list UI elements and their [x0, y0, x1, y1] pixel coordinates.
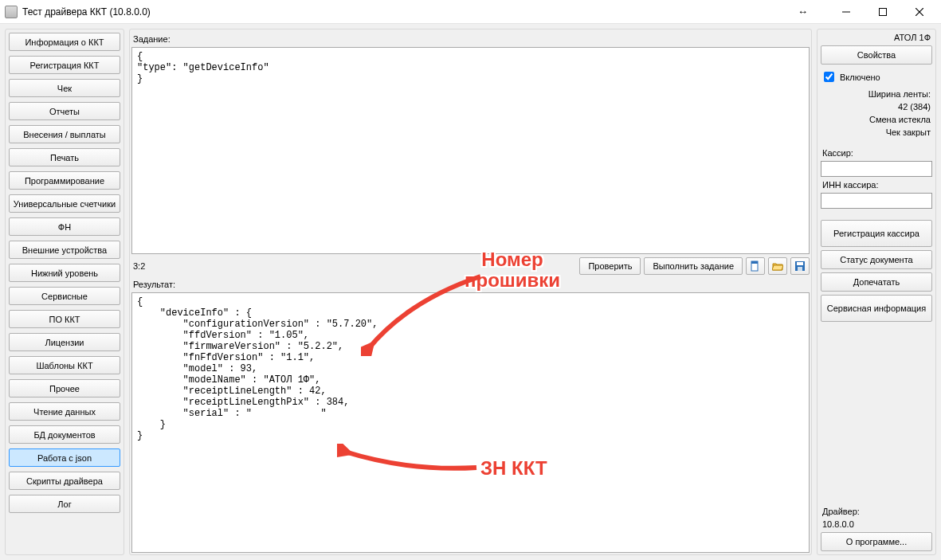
check-status: Чек закрыт: [821, 127, 932, 137]
cursor-status: 3:2: [131, 261, 576, 271]
save-floppy-icon[interactable]: [790, 257, 810, 275]
svg-rect-5: [798, 267, 802, 271]
doc-status-button[interactable]: Статус документа: [821, 250, 932, 269]
main-content: Информация о ККТ Регистрация ККТ Чек Отч…: [0, 24, 941, 560]
task-label: Задание:: [133, 34, 810, 44]
window-title: Тест драйвера ККТ (10.8.0.0): [22, 6, 798, 18]
reg-cashier-button[interactable]: Регистрация кассира: [821, 220, 932, 247]
check-button[interactable]: Проверить: [579, 257, 641, 275]
driver-version: 10.8.0.0: [821, 519, 932, 529]
about-button[interactable]: О программе...: [821, 532, 932, 551]
title-bar: Тест драйвера ККТ (10.8.0.0) ↔: [0, 0, 941, 24]
sidebar-item-read-data[interactable]: Чтение данных: [9, 402, 120, 421]
sidebar-item-register[interactable]: Регистрация ККТ: [9, 56, 120, 74]
resize-grip-icon: ↔: [798, 6, 808, 18]
sidebar-item-log[interactable]: Лог: [9, 495, 120, 513]
sidebar-item-other[interactable]: Прочее: [9, 379, 120, 397]
tape-width-value: 42 (384): [821, 102, 932, 112]
sidebar-item-low-level[interactable]: Нижний уровень: [9, 264, 120, 282]
new-file-icon[interactable]: [746, 257, 765, 275]
sidebar-item-programming[interactable]: Программирование: [9, 171, 120, 190]
sidebar-item-counters[interactable]: Универсальные счетчики: [9, 194, 120, 213]
result-label: Результат:: [133, 280, 810, 289]
enabled-label: Включено: [840, 72, 880, 82]
svg-rect-4: [797, 262, 803, 265]
close-button[interactable]: [901, 0, 938, 23]
shift-status: Смена истекла: [821, 115, 932, 124]
inn-input[interactable]: [821, 193, 932, 209]
inn-label: ИНН кассира:: [821, 180, 932, 190]
sidebar-item-templates[interactable]: Шаблоны ККТ: [9, 356, 120, 374]
tape-width-label: Ширина ленты:: [821, 89, 932, 99]
enabled-checkbox[interactable]: [824, 72, 834, 82]
sidebar-item-licenses[interactable]: Лицензии: [9, 333, 120, 351]
app-icon: [5, 6, 18, 18]
open-folder-icon[interactable]: [768, 257, 787, 275]
device-name: АТОЛ 1Ф: [821, 33, 932, 42]
sidebar-item-fn[interactable]: ФН: [9, 217, 120, 236]
svg-rect-0: [880, 8, 887, 15]
sidebar-item-service[interactable]: Сервисные: [9, 287, 120, 305]
result-textarea[interactable]: { "deviceInfo" : { "configurationVersion…: [131, 292, 810, 553]
cashier-input[interactable]: [821, 161, 932, 177]
sidebar-item-json[interactable]: Работа с json: [9, 448, 120, 467]
sidebar-item-info[interactable]: Информация о ККТ: [9, 33, 120, 51]
sidebar-item-ext-devices[interactable]: Внешние устройства: [9, 241, 120, 259]
minimize-button[interactable]: [828, 0, 865, 23]
driver-label: Драйвер:: [821, 507, 932, 516]
sidebar-item-po-kkt[interactable]: ПО ККТ: [9, 310, 120, 328]
mid-toolbar: 3:2 Проверить Выполнить задание: [131, 256, 810, 276]
task-textarea[interactable]: [131, 47, 810, 254]
reprint-button[interactable]: Допечатать: [821, 272, 932, 292]
sidebar-item-reports[interactable]: Отчеты: [9, 102, 120, 120]
center-panel: Задание: 3:2 Проверить Выполнить задание…: [129, 29, 812, 555]
sidebar-item-scripts[interactable]: Скрипты драйвера: [9, 472, 120, 490]
sidebar-item-db-docs[interactable]: БД документов: [9, 425, 120, 444]
sidebar: Информация о ККТ Регистрация ККТ Чек Отч…: [5, 29, 124, 555]
right-panel: АТОЛ 1Ф Свойства Включено Ширина ленты: …: [817, 29, 936, 555]
run-button[interactable]: Выполнить задание: [644, 257, 743, 275]
service-info-button[interactable]: Сервисная информация: [821, 295, 932, 322]
maximize-button[interactable]: [865, 0, 901, 23]
cashier-label: Кассир:: [821, 148, 932, 158]
sidebar-item-print[interactable]: Печать: [9, 148, 120, 166]
sidebar-item-deposit[interactable]: Внесения / выплаты: [9, 125, 120, 143]
svg-rect-2: [751, 261, 758, 264]
sidebar-item-check[interactable]: Чек: [9, 79, 120, 97]
properties-button[interactable]: Свойства: [821, 45, 932, 65]
